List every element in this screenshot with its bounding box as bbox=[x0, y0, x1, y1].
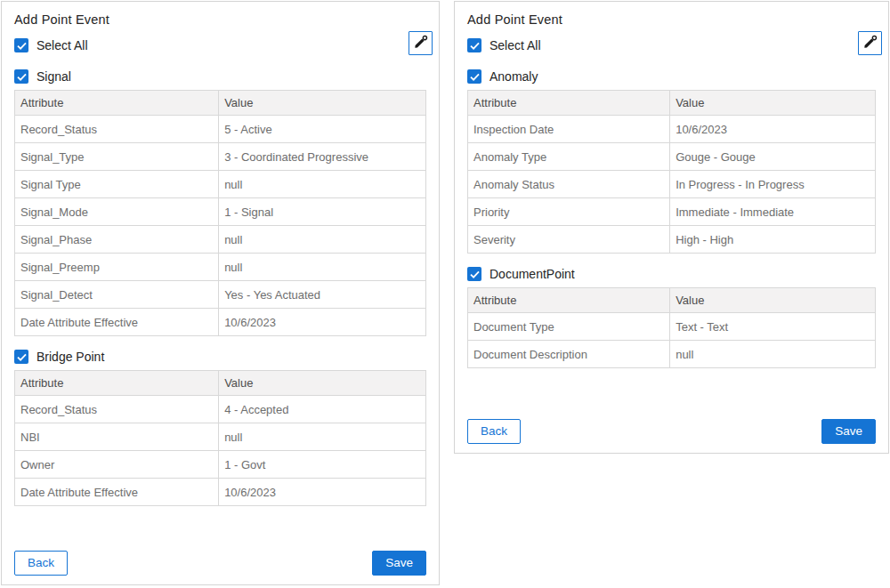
attribute-name-cell: Signal_Detect bbox=[15, 281, 219, 309]
page-title: Add Point Event bbox=[467, 12, 876, 27]
attribute-value-cell: null bbox=[219, 254, 426, 281]
attribute-name-cell: Signal_Phase bbox=[15, 226, 219, 254]
checkbox-checked-icon bbox=[467, 267, 481, 281]
attribute-name-cell: Severity bbox=[468, 226, 670, 254]
section-checkbox-anomaly[interactable]: Anomaly bbox=[467, 69, 876, 84]
attribute-name-cell: Owner bbox=[15, 451, 219, 479]
select-all-checkbox[interactable]: Select All bbox=[14, 38, 426, 52]
attribute-value-cell: 10/6/2023 bbox=[219, 479, 426, 506]
checkbox-checked-icon bbox=[14, 38, 28, 52]
panel-footer: Back Save bbox=[14, 551, 426, 576]
table-row: Document Descriptionnull bbox=[468, 341, 876, 368]
table-row: Signal_Preempnull bbox=[15, 254, 426, 281]
attribute-value-cell: 1 - Govt bbox=[219, 451, 426, 479]
eyedropper-button[interactable] bbox=[858, 31, 882, 55]
table-row: Date Attribute Effective10/6/2023 bbox=[15, 309, 426, 336]
back-button[interactable]: Back bbox=[467, 419, 521, 444]
attribute-name-cell: Date Attribute Effective bbox=[15, 309, 219, 336]
table-row: PriorityImmediate - Immediate bbox=[468, 198, 876, 226]
attribute-table-signal: AttributeValueRecord_Status5 - ActiveSig… bbox=[14, 90, 426, 336]
attribute-value-cell: null bbox=[219, 226, 426, 254]
attribute-table-bridge-point: AttributeValueRecord_Status4 - AcceptedN… bbox=[14, 370, 426, 506]
table-row: Record_Status5 - Active bbox=[15, 116, 426, 143]
section-checkbox-signal[interactable]: Signal bbox=[14, 69, 426, 84]
attribute-name-cell: Signal_Mode bbox=[15, 198, 219, 226]
select-all-label: Select All bbox=[36, 38, 88, 52]
attribute-value-cell: 10/6/2023 bbox=[219, 309, 426, 336]
attribute-value-cell: 4 - Accepted bbox=[219, 396, 426, 423]
table-row: Signal_Mode1 - Signal bbox=[15, 198, 426, 226]
attribute-table-anomaly: AttributeValueInspection Date10/6/2023An… bbox=[467, 90, 876, 254]
section-label: DocumentPoint bbox=[490, 267, 575, 281]
select-all-label: Select All bbox=[490, 38, 541, 52]
attribute-value-cell: Yes - Yes Actuated bbox=[219, 281, 426, 309]
checkbox-checked-icon bbox=[467, 38, 481, 52]
back-button[interactable]: Back bbox=[14, 551, 68, 576]
table-row: Date Attribute Effective10/6/2023 bbox=[15, 479, 426, 506]
table-row: Signal_Type3 - Coordinated Progressive bbox=[15, 143, 426, 171]
table-row: NBInull bbox=[15, 423, 426, 451]
attribute-name-cell: Signal_Preemp bbox=[15, 254, 219, 281]
attribute-name-cell: Anomaly Status bbox=[468, 171, 670, 198]
attribute-value-cell: High - High bbox=[670, 226, 876, 254]
section-checkbox-documentpoint[interactable]: DocumentPoint bbox=[467, 267, 876, 281]
attribute-value-cell: In Progress - In Progress bbox=[670, 171, 876, 198]
sections-container: AnomalyAttributeValueInspection Date10/6… bbox=[467, 69, 876, 382]
table-row: Signal_DetectYes - Yes Actuated bbox=[15, 281, 426, 309]
attribute-name-cell: NBI bbox=[15, 423, 219, 451]
table-row: Signal_Phasenull bbox=[15, 226, 426, 254]
section-checkbox-bridge-point[interactable]: Bridge Point bbox=[14, 350, 426, 364]
page: Add Point Event Select All SignalAttribu… bbox=[0, 0, 890, 586]
eyedropper-icon bbox=[414, 35, 428, 52]
attribute-table-documentpoint: AttributeValueDocument TypeText - TextDo… bbox=[467, 287, 876, 368]
attribute-value-cell: 3 - Coordinated Progressive bbox=[219, 143, 426, 171]
table-row: SeverityHigh - High bbox=[468, 226, 876, 254]
attribute-value-cell: 10/6/2023 bbox=[670, 116, 876, 143]
column-header: Attribute bbox=[468, 288, 670, 313]
save-button[interactable]: Save bbox=[372, 551, 426, 576]
attribute-name-cell: Signal Type bbox=[15, 171, 219, 198]
attribute-name-cell: Date Attribute Effective bbox=[15, 479, 219, 506]
table-row: Record_Status4 - Accepted bbox=[15, 396, 426, 423]
eyedropper-button[interactable] bbox=[409, 31, 433, 55]
attribute-value-cell: Immediate - Immediate bbox=[670, 198, 876, 226]
attribute-name-cell: Signal_Type bbox=[15, 143, 219, 171]
eyedropper-icon bbox=[863, 35, 878, 52]
checkbox-checked-icon bbox=[467, 69, 481, 84]
attribute-value-cell: Gouge - Gouge bbox=[670, 143, 876, 171]
save-button[interactable]: Save bbox=[821, 419, 876, 444]
attribute-value-cell: 5 - Active bbox=[219, 116, 426, 143]
section-label: Bridge Point bbox=[36, 350, 104, 364]
attribute-value-cell: null bbox=[670, 341, 876, 368]
column-header: Attribute bbox=[468, 91, 670, 116]
column-header: Attribute bbox=[15, 371, 219, 396]
attribute-value-cell: null bbox=[219, 171, 426, 198]
column-header: Attribute bbox=[15, 91, 219, 116]
attribute-value-cell: 1 - Signal bbox=[219, 198, 426, 226]
column-header: Value bbox=[219, 91, 426, 116]
select-all-checkbox[interactable]: Select All bbox=[467, 38, 876, 52]
panel-footer: Back Save bbox=[467, 419, 876, 444]
table-row: Anomaly StatusIn Progress - In Progress bbox=[468, 171, 876, 198]
table-row: Anomaly TypeGouge - Gouge bbox=[468, 143, 876, 171]
checkbox-checked-icon bbox=[14, 69, 28, 84]
attribute-value-cell: null bbox=[219, 423, 426, 451]
attribute-name-cell: Document Description bbox=[468, 341, 670, 368]
attribute-name-cell: Inspection Date bbox=[468, 116, 670, 143]
section-label: Anomaly bbox=[490, 69, 538, 84]
checkbox-checked-icon bbox=[14, 350, 28, 364]
column-header: Value bbox=[219, 371, 426, 396]
column-header: Value bbox=[670, 91, 876, 116]
attribute-name-cell: Record_Status bbox=[15, 396, 219, 423]
add-point-event-panel-left: Add Point Event Select All SignalAttribu… bbox=[1, 1, 440, 585]
attribute-name-cell: Document Type bbox=[468, 313, 670, 341]
add-point-event-panel-right: Add Point Event Select All AnomalyAttrib… bbox=[454, 1, 889, 454]
sections-container: SignalAttributeValueRecord_Status5 - Act… bbox=[14, 69, 426, 520]
attribute-name-cell: Record_Status bbox=[15, 116, 219, 143]
page-title: Add Point Event bbox=[14, 12, 426, 27]
attribute-name-cell: Priority bbox=[468, 198, 670, 226]
table-row: Owner1 - Govt bbox=[15, 451, 426, 479]
table-row: Inspection Date10/6/2023 bbox=[468, 116, 876, 143]
column-header: Value bbox=[670, 288, 876, 313]
table-row: Document TypeText - Text bbox=[468, 313, 876, 341]
